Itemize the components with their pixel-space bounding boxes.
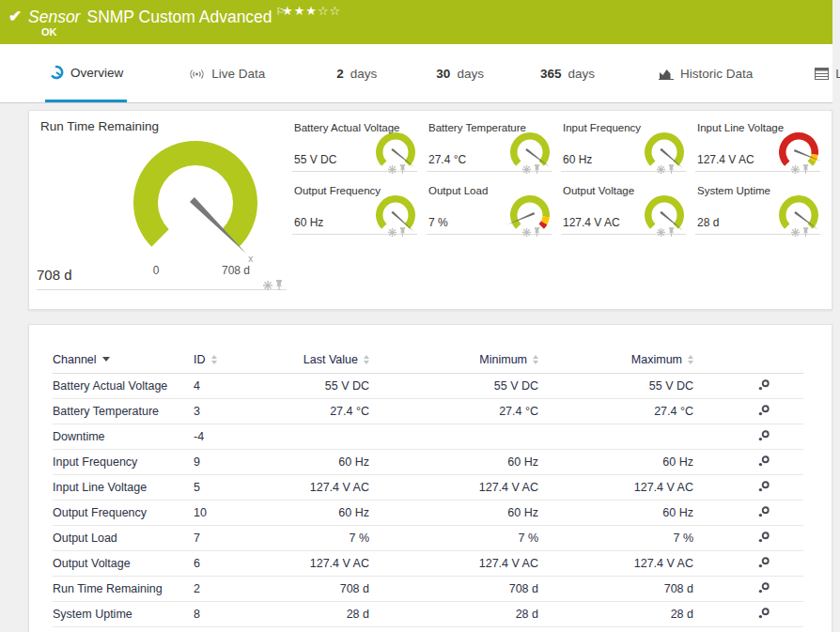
broadcast-icon: [189, 68, 205, 81]
cell-id: 3: [194, 405, 259, 418]
sensor-name: SNMP Custom Advanced: [86, 8, 272, 26]
tab-live-data[interactable]: Live Data: [185, 45, 269, 102]
channel-settings-icon[interactable]: [757, 480, 770, 496]
table-row[interactable]: Input Line Voltage 5 127.4 V AC 127.4 V …: [53, 475, 803, 501]
table-row[interactable]: System Uptime 8 28 d 28 d 28 d: [53, 602, 803, 627]
cell-last-value: 60 Hz: [259, 506, 369, 519]
tab-30-days[interactable]: 30days: [432, 45, 488, 102]
chart-icon: [659, 68, 674, 81]
gauge-value: 708 d: [37, 267, 72, 283]
gauge-pin-icon[interactable]: [399, 161, 406, 177]
cell-channel: System Uptime: [53, 608, 194, 621]
table-row[interactable]: Output Frequency 10 60 Hz 60 Hz 60 Hz: [53, 501, 803, 526]
tab-2-days-unit: days: [350, 67, 378, 81]
cell-last-value: 60 Hz: [259, 455, 369, 469]
cell-last-value: 7 %: [259, 532, 369, 545]
table-row[interactable]: Output Voltage 6 127.4 V AC 127.4 V AC 1…: [53, 551, 803, 577]
gauge-tile-battery-temperature: Battery Temperature 27.4 °C: [427, 118, 558, 175]
priority-stars[interactable]: ★★★☆☆: [282, 4, 341, 18]
gauge-value: 127.4 V AC: [697, 153, 754, 166]
gauge-settings-gear-icon[interactable]: [388, 161, 397, 177]
table-row[interactable]: Input Frequency 9 60 Hz 60 Hz 60 Hz: [53, 450, 803, 475]
tab-historic-data-label: Historic Data: [680, 67, 753, 81]
gauge-label: Output Voltage: [563, 185, 634, 196]
cell-channel: Output Frequency: [53, 506, 194, 519]
cell-id: 4: [194, 379, 259, 393]
cell-channel: Input Line Voltage: [53, 481, 194, 494]
channel-settings-icon[interactable]: [757, 429, 770, 445]
tab-365-days[interactable]: 365days: [537, 45, 599, 102]
gauge-pin-icon[interactable]: [802, 224, 809, 240]
tab-2-days-number: 2: [336, 67, 344, 81]
gauge-pin-icon[interactable]: [668, 224, 675, 240]
gauge-settings-gear-icon[interactable]: [522, 224, 531, 240]
cell-channel: Battery Actual Voltage: [53, 379, 194, 393]
gauge-value: 27.4 °C: [428, 153, 466, 166]
cell-channel: Output Voltage: [53, 557, 194, 570]
gauge-label: Input Frequency: [563, 122, 641, 133]
sort-desc-icon: [102, 357, 110, 362]
gauge-settings-gear-icon[interactable]: [657, 224, 665, 240]
gauge-settings-gear-icon[interactable]: [791, 161, 800, 177]
channel-settings-icon[interactable]: [757, 455, 770, 470]
log-icon: [815, 68, 829, 80]
cell-minimum: 28 d: [369, 608, 538, 621]
tab-historic-data[interactable]: Historic Data: [655, 45, 756, 102]
column-header-minimum[interactable]: Minimum: [369, 353, 538, 366]
gauge-pin-icon[interactable]: [802, 161, 809, 177]
table-row[interactable]: Battery Temperature 3 27.4 °C 27.4 °C 27…: [53, 399, 803, 424]
gauge-settings-gear-icon[interactable]: [522, 161, 531, 177]
tab-overview[interactable]: Overview: [45, 45, 127, 102]
cell-last-value: 127.4 V AC: [259, 557, 369, 570]
cell-maximum: 127.4 V AC: [538, 481, 693, 494]
tab-log-label: Log: [835, 67, 840, 81]
gauge-pin-icon[interactable]: [534, 161, 540, 177]
column-header-maximum[interactable]: Maximum: [538, 353, 693, 366]
gauge-label: System Uptime: [697, 185, 770, 196]
gauge-settings-gear-icon[interactable]: [263, 277, 272, 294]
cell-id: 10: [194, 506, 259, 519]
cell-id: 7: [194, 532, 259, 545]
table-row[interactable]: Output Load 7 7 % 7 % 7 %: [53, 526, 803, 551]
channel-settings-icon[interactable]: [757, 404, 770, 420]
cell-minimum: 55 V DC: [369, 379, 538, 393]
gauge-scale-max: 708 d: [213, 264, 258, 277]
channel-settings-icon[interactable]: [757, 607, 770, 623]
gauge-value: 60 Hz: [294, 216, 323, 229]
channel-settings-icon[interactable]: [757, 531, 770, 547]
tab-30-days-unit: days: [457, 67, 484, 81]
channel-settings-icon[interactable]: [757, 556, 770, 572]
table-row[interactable]: Run Time Remaining 2 708 d 708 d 708 d: [53, 577, 803, 602]
cell-id: 5: [194, 481, 259, 494]
gauge-value: 127.4 V AC: [563, 216, 620, 229]
gauge-settings-gear-icon[interactable]: [791, 224, 800, 240]
gauge-pin-icon[interactable]: [275, 277, 283, 294]
cell-minimum: 127.4 V AC: [369, 481, 538, 494]
gauge-tile-output-load: Output Load 7 %: [427, 181, 558, 238]
column-header-last-value[interactable]: Last Value: [259, 353, 369, 366]
channel-settings-icon[interactable]: [757, 378, 770, 394]
gauge-settings-gear-icon[interactable]: [657, 161, 665, 177]
tab-log[interactable]: Log: [811, 45, 840, 102]
gauges-panel: Run Time Remaining x 0 708 d 708 d Batte…: [28, 110, 832, 310]
gauge-pin-icon[interactable]: [534, 224, 540, 240]
status-badge: OK: [41, 26, 57, 38]
cell-maximum: 60 Hz: [538, 506, 693, 519]
tab-365-days-number: 365: [540, 67, 562, 81]
cell-last-value: 27.4 °C: [259, 405, 369, 418]
gauge-pin-icon[interactable]: [668, 161, 675, 177]
star-empty-icon[interactable]: ☆☆: [318, 4, 341, 18]
table-row[interactable]: Battery Actual Voltage 4 55 V DC 55 V DC…: [53, 374, 803, 399]
channel-settings-icon[interactable]: [757, 581, 770, 597]
gauge-pin-icon[interactable]: [399, 224, 406, 240]
column-header-id[interactable]: ID: [194, 353, 259, 366]
channel-settings-icon[interactable]: [757, 505, 770, 521]
column-header-channel[interactable]: Channel: [53, 353, 194, 366]
cell-minimum: 708 d: [369, 582, 538, 595]
star-filled-icon[interactable]: ★★★: [282, 4, 318, 18]
tab-overview-label: Overview: [70, 66, 123, 80]
table-row[interactable]: Downtime -4: [53, 424, 803, 450]
tab-2-days[interactable]: 2days: [333, 45, 381, 102]
gauge-settings-gear-icon[interactable]: [388, 224, 397, 240]
tab-30-days-number: 30: [436, 67, 450, 81]
